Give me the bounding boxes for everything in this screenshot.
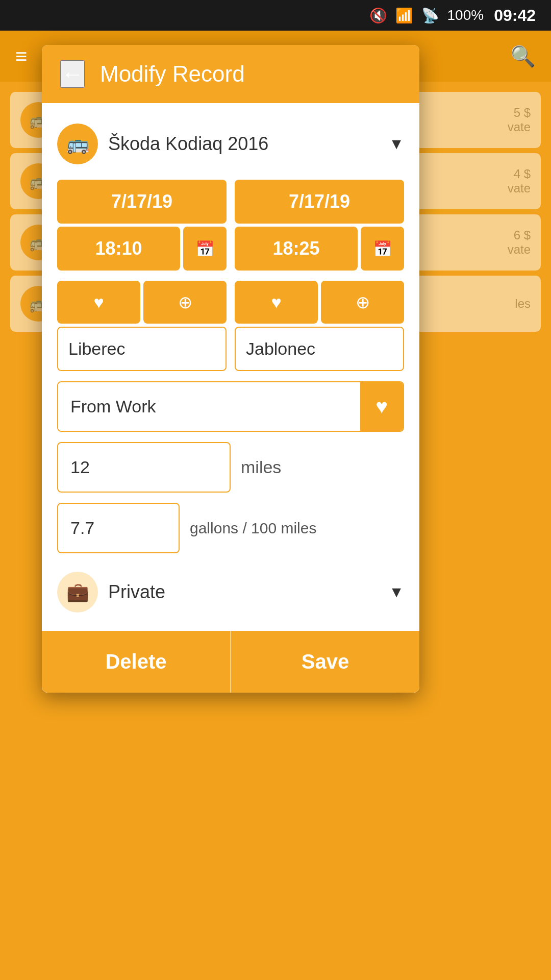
back-button[interactable]: ← <box>60 60 85 88</box>
wifi-icon: 📶 <box>395 7 413 24</box>
bg-search-icon: 🔍 <box>510 44 536 68</box>
description-input[interactable] <box>58 382 360 431</box>
consumption-unit-label: gallons / 100 miles <box>190 520 316 537</box>
distance-unit-label: miles <box>241 457 281 477</box>
end-time-row: 18:25 📅 <box>235 227 404 271</box>
start-favorite-button[interactable]: ♥ <box>57 281 140 324</box>
heart-icon: ♥ <box>271 292 281 312</box>
start-gps-button[interactable]: ⊕ <box>143 281 227 324</box>
status-time: 09:42 <box>494 6 536 25</box>
start-time-button[interactable]: 18:10 <box>57 227 180 271</box>
start-date-button[interactable]: 7/17/19 <box>57 180 227 224</box>
start-calendar-button[interactable]: 📅 <box>183 227 227 271</box>
vehicle-name: Škoda Kodiaq 2016 <box>108 133 379 155</box>
description-favorite-button[interactable]: ♥ <box>360 382 403 431</box>
end-location-group: ♥ ⊕ <box>235 281 404 371</box>
calendar-icon: 📅 <box>195 240 214 258</box>
distance-input[interactable] <box>57 442 231 493</box>
consumption-input[interactable] <box>57 503 180 553</box>
category-name: Private <box>108 581 379 603</box>
category-selector[interactable]: 💼 Private ▼ <box>57 564 404 621</box>
end-time-button[interactable]: 18:25 <box>235 227 358 271</box>
end-location-icons: ♥ ⊕ <box>235 281 404 324</box>
start-location-group: ♥ ⊕ <box>57 281 227 371</box>
status-bar: 🔇 📶 📡 100% 09:42 <box>0 0 551 31</box>
gps-icon: ⊕ <box>178 292 192 312</box>
end-gps-button[interactable]: ⊕ <box>321 281 404 324</box>
start-time-row: 18:10 📅 <box>57 227 227 271</box>
end-date-button[interactable]: 7/17/19 <box>235 180 404 224</box>
list-item-right: 4 $ vate <box>508 167 531 195</box>
datetime-row: 7/17/19 18:10 📅 7/17/19 18:25 📅 <box>57 180 404 271</box>
list-item-right: 5 $ vate <box>508 106 531 134</box>
heart-icon: ♥ <box>375 395 388 418</box>
vehicle-selector[interactable]: 🚌 Škoda Kodiaq 2016 ▼ <box>57 118 404 169</box>
start-datetime-group: 7/17/19 18:10 📅 <box>57 180 227 271</box>
list-item-right: 6 $ vate <box>508 228 531 257</box>
end-favorite-button[interactable]: ♥ <box>235 281 318 324</box>
modal-body: 🚌 Škoda Kodiaq 2016 ▼ 7/17/19 18:10 📅 7/… <box>42 103 419 693</box>
heart-icon: ♥ <box>93 292 104 312</box>
location-row: ♥ ⊕ ♥ ⊕ <box>57 281 404 371</box>
status-icons: 🔇 📶 📡 100% <box>369 7 484 24</box>
save-button[interactable]: Save <box>230 631 419 693</box>
end-datetime-group: 7/17/19 18:25 📅 <box>235 180 404 271</box>
mute-icon: 🔇 <box>369 7 387 24</box>
category-dropdown-arrow: ▼ <box>389 583 404 601</box>
gps-icon: ⊕ <box>356 292 370 312</box>
vehicle-icon: 🚌 <box>57 124 98 164</box>
description-row: ♥ <box>57 381 404 432</box>
distance-row: miles <box>57 442 404 493</box>
modal-title: Modify Record <box>100 61 245 87</box>
action-buttons: Delete Save <box>42 631 419 693</box>
bg-menu-icon: ≡ <box>15 45 27 68</box>
end-location-input[interactable] <box>235 327 404 371</box>
delete-button[interactable]: Delete <box>42 631 230 693</box>
vehicle-dropdown-arrow: ▼ <box>389 135 404 153</box>
battery-icon: 100% <box>447 7 484 23</box>
end-calendar-button[interactable]: 📅 <box>361 227 404 271</box>
start-location-icons: ♥ ⊕ <box>57 281 227 324</box>
consumption-row: gallons / 100 miles <box>57 503 404 553</box>
modal-header: ← Modify Record <box>42 45 419 103</box>
calendar-icon: 📅 <box>373 240 392 258</box>
list-item-right: les <box>515 297 531 311</box>
start-location-input[interactable] <box>57 327 227 371</box>
modify-record-modal: ← Modify Record 🚌 Škoda Kodiaq 2016 ▼ 7/… <box>42 45 419 693</box>
category-icon: 💼 <box>57 572 98 612</box>
signal-icon: 📡 <box>421 7 439 24</box>
